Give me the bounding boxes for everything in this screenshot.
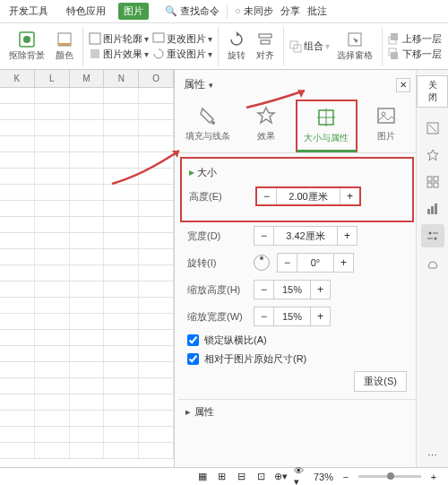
rotate-label: 旋转(I) xyxy=(187,256,250,270)
view-normal-icon[interactable]: ▦ xyxy=(195,470,210,484)
tab-picture[interactable]: 图片 xyxy=(118,3,149,20)
annotate-btn[interactable]: 批注 xyxy=(307,4,327,18)
reset-pic-btn[interactable]: 重设图片 ▾ xyxy=(152,48,212,61)
sync-status[interactable]: ○ 未同步 xyxy=(235,4,273,18)
bring-forward-btn[interactable]: 上移一层 xyxy=(388,32,442,46)
side-settings-icon[interactable] xyxy=(421,224,444,247)
send-backward-btn[interactable]: 下移一层 xyxy=(388,48,442,61)
scalew-input[interactable] xyxy=(274,307,310,325)
pic-effect-btn[interactable]: 图片效果 ▾ xyxy=(89,48,149,61)
svg-rect-7 xyxy=(259,34,271,38)
rotate-knob[interactable] xyxy=(254,255,270,271)
svg-rect-30 xyxy=(431,206,434,214)
scaleh-label: 缩放高度(H) xyxy=(187,283,250,297)
lock-aspect-check[interactable]: 锁定纵横比(A) xyxy=(187,333,407,347)
scaleh-dec[interactable]: − xyxy=(254,281,274,299)
col-l[interactable]: L xyxy=(35,70,70,87)
side-style-icon[interactable] xyxy=(421,117,444,140)
scaleh-input[interactable] xyxy=(274,281,310,299)
props-section-toggle[interactable]: ▸ 属性 xyxy=(178,399,416,424)
col-n[interactable]: N xyxy=(104,70,139,87)
svg-marker-17 xyxy=(258,108,274,123)
svg-marker-24 xyxy=(427,150,438,160)
side-grid-icon[interactable] xyxy=(421,170,444,194)
zoom-in-btn[interactable]: + xyxy=(426,470,441,484)
svg-point-34 xyxy=(434,238,436,240)
width-dec[interactable]: − xyxy=(254,227,274,245)
group-btn[interactable]: 组合 ▾ xyxy=(289,39,330,53)
color-btn[interactable]: 颜色 xyxy=(52,29,77,64)
relative-orig-check[interactable]: 相对于图片原始尺寸(R) xyxy=(187,352,407,366)
tab-fill-line[interactable]: 填充与线条 xyxy=(178,100,237,152)
tab-special[interactable]: 特色应用 xyxy=(61,3,111,20)
width-inc[interactable]: + xyxy=(337,227,357,245)
side-backup-icon[interactable] xyxy=(421,251,444,274)
tab-picture[interactable]: 图片 xyxy=(358,100,416,152)
svg-rect-26 xyxy=(434,177,438,181)
spreadsheet-grid[interactable]: K L M N O xyxy=(0,70,175,467)
pic-outline-btn[interactable]: 图片轮廓 ▾ xyxy=(89,32,149,46)
svg-rect-21 xyxy=(378,108,394,123)
view-layout-icon[interactable]: ⊟ xyxy=(235,470,249,484)
svg-rect-31 xyxy=(435,204,437,214)
height-inc[interactable]: + xyxy=(340,188,359,204)
size-section-title: ▸ 大小 xyxy=(189,166,405,179)
svg-point-16 xyxy=(211,121,215,125)
panel-title: 属性 xyxy=(184,77,205,92)
svg-rect-27 xyxy=(427,183,432,187)
tab-devtools[interactable]: 开发工具 xyxy=(4,3,54,20)
view-page-icon[interactable]: ⊞ xyxy=(215,470,229,484)
align-btn[interactable]: 对齐 xyxy=(253,29,278,64)
tab-size-props[interactable]: 大小与属性 xyxy=(296,100,358,152)
side-more-icon[interactable]: ⋯ xyxy=(421,444,444,467)
change-pic-btn[interactable]: 更改图片 ▾ xyxy=(152,32,212,46)
select-pane-btn[interactable]: 选择窗格 xyxy=(333,29,376,64)
zoom-out-btn[interactable]: − xyxy=(339,470,353,484)
scalew-inc[interactable]: + xyxy=(310,307,330,325)
height-dec[interactable]: − xyxy=(257,188,277,204)
side-chart-icon[interactable] xyxy=(421,197,444,221)
svg-rect-3 xyxy=(58,43,71,46)
svg-rect-25 xyxy=(427,177,432,181)
svg-rect-29 xyxy=(427,209,430,214)
reset-size-btn[interactable]: 重设(S) xyxy=(354,371,407,392)
width-label: 宽度(D) xyxy=(187,230,250,243)
rotate-dec[interactable]: − xyxy=(278,254,297,272)
svg-rect-15 xyxy=(391,52,398,59)
panel-close-x[interactable]: ✕ xyxy=(396,78,410,92)
remove-bg-btn[interactable]: 抠除背景 xyxy=(5,29,48,64)
svg-rect-5 xyxy=(90,49,99,58)
rotate-input[interactable] xyxy=(297,254,333,272)
col-m[interactable]: M xyxy=(70,70,105,87)
zoom-value: 73% xyxy=(314,472,333,482)
svg-point-1 xyxy=(23,36,30,43)
side-star-icon[interactable] xyxy=(421,143,444,167)
zoom-slider[interactable] xyxy=(358,475,421,478)
scalew-dec[interactable]: − xyxy=(254,307,274,325)
scaleh-inc[interactable]: + xyxy=(310,281,330,299)
search-cmd[interactable]: 🔍 查找命令 xyxy=(165,4,220,18)
col-o[interactable]: O xyxy=(139,70,174,87)
rotate-btn[interactable]: 旋转 xyxy=(224,29,249,64)
panel-title-dropdown[interactable]: ▾ xyxy=(209,81,213,90)
svg-rect-28 xyxy=(434,183,438,187)
close-panel-btn[interactable]: 关闭 xyxy=(417,75,448,108)
svg-rect-4 xyxy=(90,33,100,44)
svg-rect-6 xyxy=(153,33,164,42)
share-btn[interactable]: 分享 xyxy=(280,4,300,18)
height-label: 高度(E) xyxy=(189,190,252,204)
width-input[interactable] xyxy=(274,227,337,245)
height-input[interactable] xyxy=(277,188,340,204)
svg-point-32 xyxy=(428,232,431,235)
view-freeze-icon[interactable]: ⊕▾ xyxy=(274,470,289,484)
view-eye-icon[interactable]: 👁▾ xyxy=(294,470,308,484)
scalew-label: 缩放宽度(W) xyxy=(187,310,250,324)
rotate-inc[interactable]: + xyxy=(333,254,353,272)
svg-rect-8 xyxy=(261,40,270,44)
view-reading-icon[interactable]: ⊡ xyxy=(254,470,269,484)
tab-effect[interactable]: 效果 xyxy=(237,100,295,152)
col-k[interactable]: K xyxy=(0,70,35,87)
